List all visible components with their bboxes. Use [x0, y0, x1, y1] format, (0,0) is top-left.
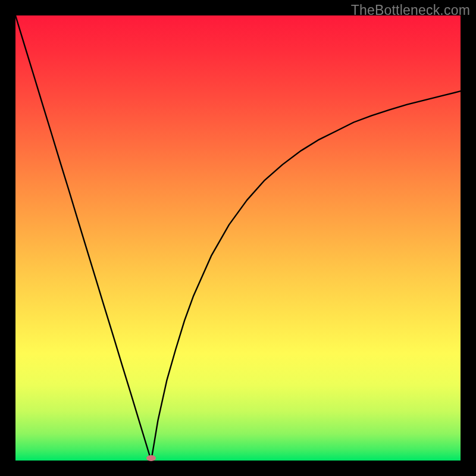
chart-container: TheBottleneck.com — [0, 0, 476, 476]
chart-svg — [0, 0, 476, 476]
watermark-text: TheBottleneck.com — [351, 2, 470, 18]
minimum-marker — [146, 455, 156, 461]
plot-background — [15, 15, 461, 461]
